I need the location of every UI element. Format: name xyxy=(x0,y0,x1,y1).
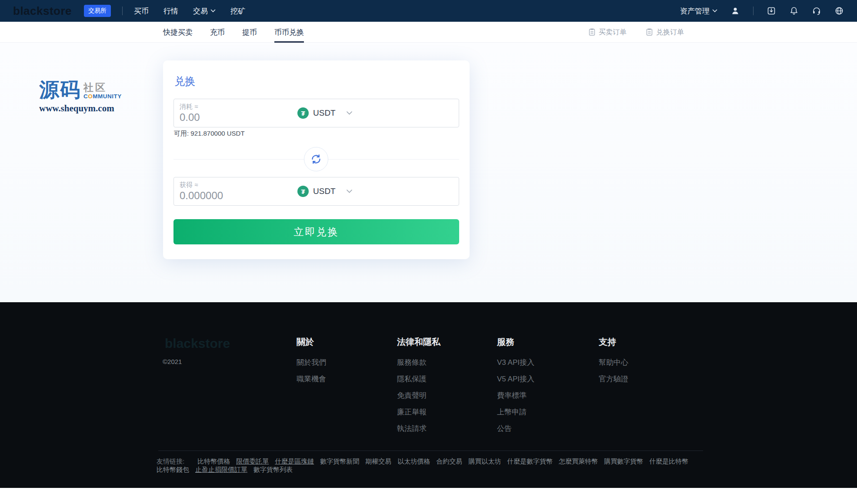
notifications-bell-icon[interactable] xyxy=(789,6,799,16)
from-token-name: USDT xyxy=(313,108,336,118)
footer: blackstore ©2021 關於 關於我們 職業機會 法律和隱私 服務條款… xyxy=(0,302,857,488)
footer-column-about: 關於 關於我們 職業機會 xyxy=(297,336,392,391)
footer-link[interactable]: 職業機會 xyxy=(297,374,392,384)
from-amount-box: 消耗 ≈ ₮ USDT xyxy=(173,99,459,127)
friend-link[interactable]: 止盈止損限價訂單 xyxy=(195,466,247,474)
footer-link[interactable]: V5 API接入 xyxy=(497,374,593,384)
nav-right-group: 资产管理 xyxy=(680,6,844,16)
tether-icon: ₮ xyxy=(297,107,309,119)
to-amount-box: 获得 ≈ ₮ USDT xyxy=(173,177,459,206)
available-balance: 可用: 921.870000 USDT xyxy=(174,130,245,138)
sub-navbar: 快捷买卖 充币 提币 币币兑换 买卖订单 xyxy=(0,22,857,43)
footer-link[interactable]: 幫助中心 xyxy=(599,357,694,367)
friend-link[interactable]: 數字貨幣列表 xyxy=(253,466,293,474)
nav-item-trade[interactable]: 交易 xyxy=(193,6,216,16)
footer-link[interactable]: 服務條款 xyxy=(397,357,493,367)
watermark-cn-main: 源码 xyxy=(39,80,81,100)
footer-link[interactable]: V3 API接入 xyxy=(497,357,593,367)
footer-column-title: 法律和隱私 xyxy=(397,336,493,348)
footer-link[interactable]: 公告 xyxy=(497,424,593,434)
swap-submit-button[interactable]: 立即兑换 xyxy=(173,219,459,244)
watermark-cn-sub: 社区 xyxy=(83,82,122,93)
top-navbar: blackstore 交易所 买币 行情 交易 挖矿 资产管理 xyxy=(0,0,857,22)
card-title: 兑换 xyxy=(174,74,195,88)
footer-link[interactable]: 上幣申請 xyxy=(497,407,593,417)
watermark-url: www.shequym.com xyxy=(39,103,130,114)
friend-link[interactable]: 怎麼買萊特幣 xyxy=(559,457,598,466)
chevron-down-icon xyxy=(346,189,353,194)
friend-links-label: 友情链接: xyxy=(157,457,184,466)
page: blackstore 交易所 买币 行情 交易 挖矿 资产管理 xyxy=(0,0,857,504)
brand-logo[interactable]: blackstore xyxy=(13,4,72,18)
friend-link[interactable]: 什麼是比特幣 xyxy=(649,457,688,466)
trade-orders-link[interactable]: 买卖订单 xyxy=(588,28,627,37)
footer-link[interactable]: 廉正舉報 xyxy=(397,407,493,417)
friend-link[interactable]: 什麼是區塊鏈 xyxy=(275,457,314,466)
chevron-down-icon xyxy=(346,111,353,115)
exchange-badge[interactable]: 交易所 xyxy=(84,5,111,17)
from-amount-input[interactable] xyxy=(180,111,288,123)
footer-link[interactable]: 費率標準 xyxy=(497,391,593,401)
friend-link[interactable]: 期權交易 xyxy=(365,457,391,466)
nav-item-mining[interactable]: 挖矿 xyxy=(230,6,245,16)
footer-link[interactable]: 官方驗證 xyxy=(599,374,694,384)
chevron-down-icon xyxy=(712,9,717,13)
watermark-en: COMMUNITY xyxy=(83,93,122,100)
footer-link[interactable]: 執法請求 xyxy=(397,424,493,434)
footer-logo: blackstore xyxy=(165,336,230,351)
friend-link[interactable]: 購買數字貨幣 xyxy=(604,457,643,466)
from-token-select[interactable]: ₮ USDT xyxy=(297,99,353,127)
to-label: 获得 ≈ xyxy=(180,181,198,189)
footer-divider xyxy=(158,451,703,451)
community-watermark: 源码 社区 COMMUNITY www.shequym.com xyxy=(39,80,130,114)
to-amount-input[interactable] xyxy=(180,190,288,202)
download-app-icon[interactable] xyxy=(767,6,776,16)
support-headset-icon[interactable] xyxy=(812,6,821,16)
main-content: 源码 社区 COMMUNITY www.shequym.com 兑换 消耗 ≈ … xyxy=(0,43,857,302)
footer-column-services: 服務 V3 API接入 V5 API接入 費率標準 上幣申請 公告 xyxy=(497,336,593,440)
friend-link[interactable]: 什麼是數字貨幣 xyxy=(507,457,553,466)
from-label: 消耗 ≈ xyxy=(180,103,198,111)
nav-links: 买币 行情 交易 挖矿 xyxy=(134,6,245,16)
friend-link[interactable]: 數字貨幣新聞 xyxy=(320,457,359,466)
swap-card: 兑换 消耗 ≈ ₮ USDT 可用: 921.870000 USDT xyxy=(163,60,470,259)
nav-divider xyxy=(122,7,123,15)
footer-column-legal: 法律和隱私 服務條款 隱私保護 免責聲明 廉正舉報 執法請求 xyxy=(397,336,493,440)
order-list-icon xyxy=(646,28,653,36)
friend-link[interactable]: 比特幣價格 xyxy=(197,457,230,466)
to-token-select[interactable]: ₮ USDT xyxy=(297,177,353,205)
footer-link[interactable]: 關於我們 xyxy=(297,357,392,367)
tether-icon: ₮ xyxy=(297,186,309,197)
order-links: 买卖订单 兑换订单 xyxy=(588,22,684,43)
footer-column-support: 支持 幫助中心 官方驗證 xyxy=(599,336,694,391)
footer-link[interactable]: 隱私保護 xyxy=(397,374,493,384)
tab-deposit[interactable]: 充币 xyxy=(210,22,225,43)
language-globe-icon[interactable] xyxy=(834,6,844,16)
nav-item-markets[interactable]: 行情 xyxy=(163,6,178,16)
swap-direction-button[interactable] xyxy=(304,147,328,171)
footer-column-title: 關於 xyxy=(297,336,392,348)
friend-link[interactable]: 限價委託單 xyxy=(236,457,269,466)
tab-quick-trade[interactable]: 快捷买卖 xyxy=(163,22,193,43)
swap-orders-link[interactable]: 兑换订单 xyxy=(646,28,684,37)
nav-divider xyxy=(753,7,754,15)
footer-link[interactable]: 免責聲明 xyxy=(397,391,493,401)
nav-item-buy-coin[interactable]: 买币 xyxy=(134,6,149,16)
chevron-down-icon xyxy=(210,9,216,13)
footer-column-title: 服務 xyxy=(497,336,593,348)
friend-link[interactable]: 合約交易 xyxy=(436,457,462,466)
to-token-name: USDT xyxy=(313,187,336,196)
friend-link[interactable]: 比特幣錢包 xyxy=(157,466,189,474)
swap-refresh-icon xyxy=(310,154,322,165)
order-list-icon xyxy=(588,28,596,36)
user-profile-icon[interactable] xyxy=(730,6,740,16)
asset-management-menu[interactable]: 资产管理 xyxy=(680,6,717,16)
copyright: ©2021 xyxy=(163,358,182,365)
tab-withdraw[interactable]: 提币 xyxy=(242,22,257,43)
tab-coin-swap[interactable]: 币币兑换 xyxy=(274,22,304,43)
friend-link[interactable]: 以太坊價格 xyxy=(397,457,430,466)
swap-tabs: 快捷买卖 充币 提币 币币兑换 xyxy=(163,22,304,43)
footer-column-title: 支持 xyxy=(599,336,694,348)
friend-links-row: 友情链接: 比特幣價格 限價委託單 什麼是區塊鏈 數字貨幣新聞 期權交易 以太坊… xyxy=(157,457,704,474)
friend-link[interactable]: 購買以太坊 xyxy=(468,457,501,466)
